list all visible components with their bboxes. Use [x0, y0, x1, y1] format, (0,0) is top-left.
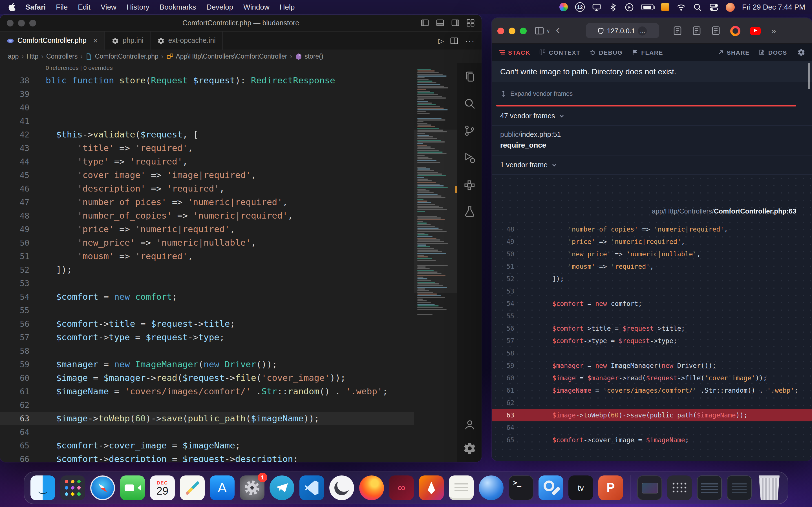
dock-vscode[interactable]	[299, 475, 324, 500]
back-button[interactable]: ‹	[556, 24, 560, 38]
account-icon[interactable]	[463, 418, 476, 432]
menu-item-help[interactable]: Help	[280, 3, 295, 11]
code-editor[interactable]: 0 references | 0 overrides38blic functio…	[0, 63, 414, 462]
dock-keypad[interactable]	[667, 475, 692, 500]
menu-item-view[interactable]: View	[101, 3, 116, 11]
code-line-42[interactable]: 42 $this->validate($request, [	[0, 128, 414, 142]
dock-stickies[interactable]	[449, 475, 474, 500]
testing-icon[interactable]	[463, 205, 476, 219]
dock-pencil[interactable]	[180, 475, 205, 500]
tab-ext-opcache.ini[interactable]: ext-opcache.ini	[151, 32, 223, 50]
code-line-53[interactable]: 53	[0, 277, 414, 290]
code-line-39[interactable]: 39	[0, 87, 414, 101]
url-bar[interactable]: 127.0.0.1 …	[586, 23, 659, 38]
dock-telegram[interactable]	[269, 475, 294, 500]
dock-apple-tv[interactable]: tv	[568, 475, 593, 500]
chevron-down-icon[interactable]: ∨	[546, 28, 550, 34]
code-line-66[interactable]: 66 $comfort->description = $request->des…	[0, 452, 414, 462]
double-chevron-icon[interactable]: »	[771, 26, 776, 36]
breadcrumb-item[interactable]: ComfortController.php	[86, 53, 158, 60]
minimize-window-button[interactable]	[509, 27, 515, 34]
minimap[interactable]	[414, 63, 457, 462]
code-line-58[interactable]: 58	[0, 344, 414, 358]
code-line-62[interactable]: 62	[0, 398, 414, 412]
battery-icon[interactable]	[641, 4, 654, 10]
youtube-icon[interactable]	[750, 27, 761, 35]
menu-item-develop[interactable]: Develop	[206, 3, 233, 11]
close-icon[interactable]: ×	[93, 37, 98, 45]
codelens[interactable]: 0 references | 0 overrides	[46, 64, 414, 74]
dock-browser-blue[interactable]	[479, 475, 504, 500]
colorful-app-icon[interactable]	[559, 3, 568, 11]
sidebar-icon[interactable]	[535, 26, 544, 36]
breadcrumb-item[interactable]: app	[8, 53, 18, 60]
code-line-50[interactable]: 50 'new_price' => 'numeric|nullable',	[0, 236, 414, 249]
breadcrumb-item[interactable]: Http	[27, 53, 38, 60]
flare-action-docs[interactable]: DOCS	[759, 49, 787, 56]
toggle-secondary-sidebar-icon[interactable]	[451, 18, 460, 27]
explorer-icon[interactable]	[463, 70, 476, 83]
zoom-window-button[interactable]	[520, 27, 527, 34]
stack-frame-index[interactable]: public/index.php:51 require_once	[492, 126, 812, 156]
code-line-57[interactable]: 57 $comfort->type = $request->type;	[0, 331, 414, 344]
play-icon[interactable]	[625, 3, 634, 11]
breadcrumb-item[interactable]: store()	[295, 53, 323, 60]
code-line-60[interactable]: 60 $image = $manager->read($request->fil…	[0, 371, 414, 385]
gear-icon[interactable]	[797, 48, 805, 56]
extensions-icon[interactable]	[463, 178, 476, 191]
dock-app-store[interactable]: A	[210, 475, 235, 500]
search-icon[interactable]	[463, 97, 476, 110]
close-window-button[interactable]	[7, 19, 13, 26]
search-icon[interactable]	[693, 3, 702, 11]
settings-icon[interactable]	[463, 442, 476, 455]
flare-tab-debug[interactable]: DEBUG	[589, 49, 622, 56]
minimize-window-button[interactable]	[18, 19, 25, 26]
menu-item-window[interactable]: Window	[243, 3, 269, 11]
code-line-38[interactable]: 38blic function store(Request $request):…	[0, 74, 414, 87]
code-line-45[interactable]: 45 'cover_image' => 'image|required',	[0, 168, 414, 182]
display-icon[interactable]	[592, 3, 601, 11]
close-window-button[interactable]	[497, 27, 504, 34]
dock-firefox-light[interactable]	[329, 475, 354, 500]
code-line-51[interactable]: 51 'mousm' => 'required',	[0, 249, 414, 263]
menu-clock[interactable]: Fri 29 Dec 7:44 PM	[742, 3, 805, 11]
code-line-55[interactable]: 55	[0, 304, 414, 317]
dock-settings[interactable]: 1	[240, 475, 264, 500]
code-line-63[interactable]: 63 $image->toWebp(60)->save(public_path(…	[0, 412, 414, 425]
dock-screen-app[interactable]	[637, 475, 662, 500]
dock-calendar[interactable]: DEC29	[150, 475, 175, 500]
code-line-54[interactable]: 54 $comfort = new comfort;	[0, 290, 414, 304]
code-line-56[interactable]: 56 $comfort->title = $request->title;	[0, 317, 414, 331]
code-line-46[interactable]: 46 'description' => 'required',	[0, 182, 414, 195]
bluetooth-icon[interactable]	[608, 3, 617, 11]
dock-trash[interactable]	[757, 475, 781, 500]
dock-launchpad[interactable]	[60, 475, 85, 500]
split-editor-icon[interactable]	[450, 36, 458, 45]
dock-adobe-cc[interactable]: ∞	[389, 475, 414, 500]
code-line-47[interactable]: 47 'number_of_pices' => 'numeric|require…	[0, 195, 414, 209]
code-line-61[interactable]: 61 $imageName = 'covers/images/comfort/'…	[0, 385, 414, 398]
flare-tab-stack[interactable]: STACK	[499, 49, 530, 56]
menu-item-file[interactable]: File	[56, 3, 68, 11]
tab-ComfortController.php[interactable]: ComfortController.php×	[0, 32, 105, 50]
vendor-frames-group-1[interactable]: 1 vendor frame	[492, 156, 812, 175]
dock-minimized-window-2[interactable]	[727, 475, 752, 500]
menu-item-edit[interactable]: Edit	[78, 3, 91, 11]
vendor-frames-group-47[interactable]: 47 vendor frames	[492, 107, 812, 126]
wifi-icon[interactable]	[677, 3, 686, 11]
more-actions-icon[interactable]: ···	[465, 36, 475, 45]
zoom-window-button[interactable]	[29, 19, 36, 26]
menu-item-bookmarks[interactable]: Bookmarks	[160, 3, 196, 11]
tab-php.ini[interactable]: php.ini	[105, 32, 151, 50]
code-line-40[interactable]: 40	[0, 101, 414, 114]
run-debug-icon[interactable]	[463, 151, 476, 165]
flare-action-share[interactable]: SHARE	[717, 49, 750, 56]
code-line-48[interactable]: 48 'number_of_copies' => 'numeric|requir…	[0, 209, 414, 223]
extension-page-icon-3[interactable]	[711, 26, 721, 36]
customize-layout-icon[interactable]	[466, 18, 475, 27]
breadcrumb-item[interactable]: Controllers	[46, 53, 78, 60]
dock-facetime[interactable]	[120, 475, 145, 500]
vscode-titlebar[interactable]: ComfortController.php — bludanstore	[0, 15, 481, 32]
control-center-icon[interactable]	[709, 3, 718, 11]
menu-app-name[interactable]: Safari	[26, 3, 46, 11]
